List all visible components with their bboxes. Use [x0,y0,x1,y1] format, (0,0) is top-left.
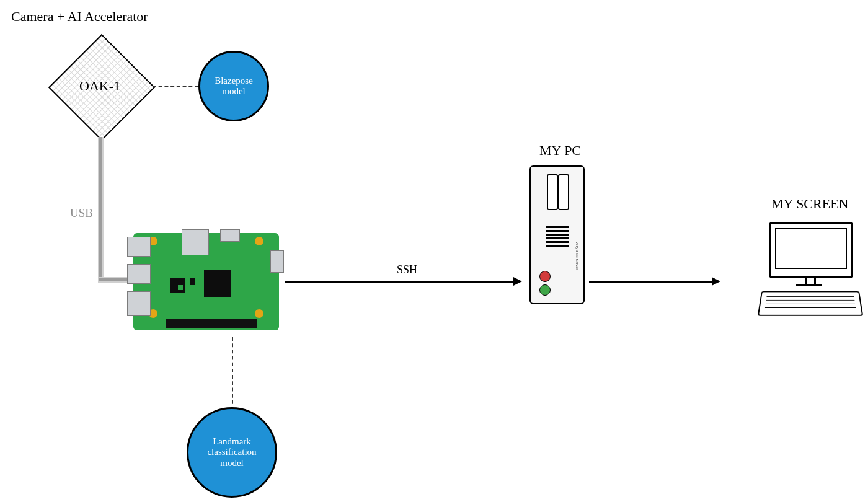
arrowhead-pi-pc [513,277,522,286]
landmark-line2: classification [207,447,256,457]
monitor-icon [756,222,862,321]
landmark-line3: model [220,458,244,468]
usb-wire-v [99,137,102,278]
screen-title: MY SCREEN [771,196,848,212]
blazepose-circle: Blazepose model [198,51,269,121]
landmark-line1: Landmark [213,436,251,446]
ssh-label: SSH [397,263,417,276]
landmark-circle: Landmark classification model [187,407,277,498]
pc-tower-icon: Very Fast Server [529,165,585,304]
blazepose-line1: Blazepose [215,76,253,86]
pc-side-text: Very Fast Server [575,241,580,270]
dashed-oak-blazepose [153,86,198,87]
dashed-pi-landmark [232,337,233,410]
diagram-title: Camera + AI Accelerator [11,9,148,25]
raspberry-pi-icon [133,233,279,330]
arrow-pi-pc [285,281,515,283]
arrowhead-pc-screen [712,277,720,286]
usb-label: USB [70,206,93,220]
oak-label: OAK-1 [79,78,120,94]
blazepose-line2: model [222,86,246,96]
arrow-pc-screen [589,281,713,283]
pc-title: MY PC [539,143,581,159]
